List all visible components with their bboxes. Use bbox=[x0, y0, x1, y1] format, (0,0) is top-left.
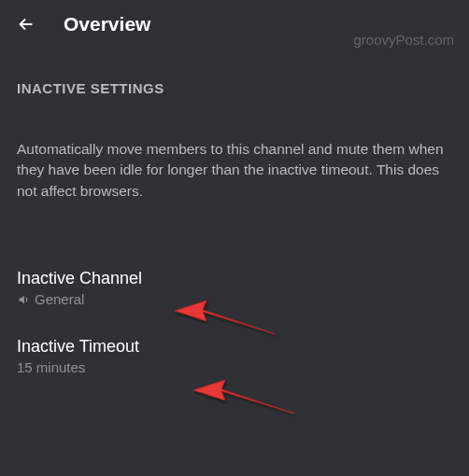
inactive-channel-value: General bbox=[17, 291, 452, 307]
inactive-timeout-label: Inactive Timeout bbox=[17, 337, 452, 357]
inactive-timeout-value-text: 15 minutes bbox=[17, 359, 85, 375]
inactive-channel-label: Inactive Channel bbox=[17, 269, 452, 288]
inactive-timeout-row[interactable]: Inactive Timeout 15 minutes bbox=[17, 328, 452, 396]
inactive-settings-section: INACTIVE SETTINGS Automatically move mem… bbox=[0, 80, 469, 396]
inactive-channel-value-text: General bbox=[35, 291, 84, 307]
inactive-channel-row[interactable]: Inactive Channel General bbox=[17, 259, 452, 328]
page-title: Overview bbox=[64, 13, 150, 35]
watermark-text: groovyPost.com bbox=[353, 32, 454, 48]
speaker-icon bbox=[17, 293, 30, 306]
back-button[interactable] bbox=[15, 13, 37, 35]
section-description: Automatically move members to this chann… bbox=[17, 139, 452, 202]
section-header: INACTIVE SETTINGS bbox=[17, 80, 452, 96]
arrow-left-icon bbox=[16, 14, 36, 35]
header-bar: Overview groovyPost.com bbox=[0, 0, 469, 47]
inactive-timeout-value: 15 minutes bbox=[17, 359, 452, 375]
